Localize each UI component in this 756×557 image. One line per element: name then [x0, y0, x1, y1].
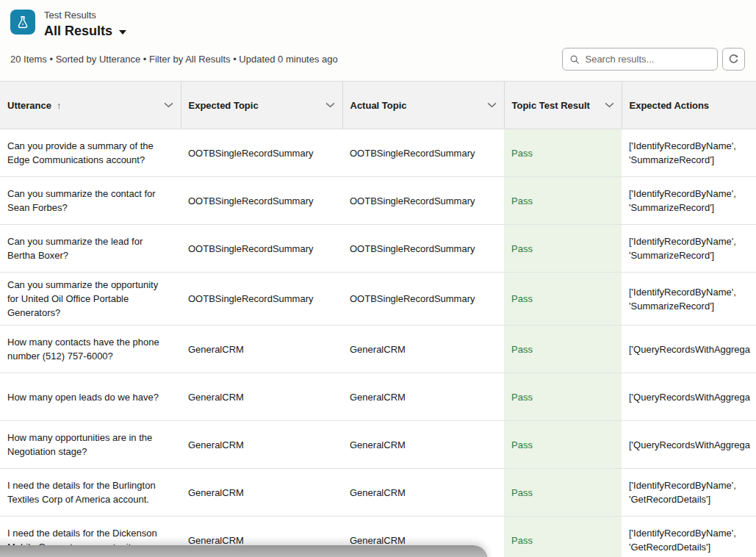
- result-badge: Pass: [511, 292, 614, 306]
- utterance-cell: Can you summarize the opportunity for Un…: [7, 278, 173, 320]
- results-table-container: Utterance ↑ Expected Topic: [0, 81, 756, 557]
- utterance-cell: Can you summarize the lead for Bertha Bo…: [7, 234, 173, 262]
- expected-topic-cell: GeneralCRM: [188, 486, 335, 500]
- result-badge: Pass: [511, 194, 614, 208]
- chevron-down-icon[interactable]: [158, 102, 173, 108]
- result-badge: Pass: [511, 390, 614, 404]
- chevron-down-icon[interactable]: [320, 102, 335, 108]
- actual-topic-cell: OOTBSingleRecordSummary: [350, 292, 497, 306]
- test-results-page: Test Results All Results 20 Items • Sort…: [0, 0, 756, 557]
- search-icon: [570, 54, 579, 65]
- utterance-cell: How many contacts have the phone number …: [7, 335, 173, 363]
- result-badge: Pass: [511, 533, 614, 547]
- expected-actions-cell: ['IdentifyRecordByName', 'SummarizeRecor…: [629, 234, 756, 262]
- table-row[interactable]: I need the details for the Burlington Te…: [0, 469, 756, 517]
- table-row[interactable]: How many opportunities are in the Negoti…: [0, 421, 756, 469]
- expected-actions-cell: ['IdentifyRecordByName', 'SummarizeRecor…: [629, 139, 756, 167]
- column-label: Actual Topic: [350, 100, 407, 111]
- table-row[interactable]: How many open leads do we have? GeneralC…: [0, 373, 756, 421]
- expected-actions-cell: ['IdentifyRecordByName', 'GetRecordDetai…: [629, 526, 756, 554]
- column-label: Utterance: [7, 100, 51, 111]
- column-header-expected-actions[interactable]: Expected Actions: [622, 82, 756, 129]
- title-block: Test Results All Results: [44, 10, 126, 39]
- column-header-actual-topic[interactable]: Actual Topic: [342, 82, 504, 129]
- toolbar-row: 20 Items • Sorted by Utterance • Filter …: [0, 39, 756, 82]
- flask-icon-glyph: [15, 15, 30, 29]
- utterance-cell: Can you provide a summary of the Edge Co…: [7, 139, 173, 167]
- result-badge: Pass: [511, 438, 614, 452]
- actual-topic-cell: GeneralCRM: [350, 438, 497, 452]
- toolbar-controls: [562, 48, 745, 71]
- expected-topic-cell: GeneralCRM: [188, 342, 335, 356]
- actual-topic-cell: OOTBSingleRecordSummary: [350, 146, 497, 160]
- expected-topic-cell: OOTBSingleRecordSummary: [188, 194, 335, 208]
- expected-actions-cell: ['IdentifyRecordByName', 'GetRecordDetai…: [629, 478, 756, 506]
- flask-icon: [10, 10, 35, 35]
- column-label: Topic Test Result: [512, 100, 590, 111]
- table-header-row: Utterance ↑ Expected Topic: [0, 82, 756, 129]
- result-badge: Pass: [511, 146, 614, 160]
- overlapping-window-corner: [0, 545, 488, 557]
- search-box[interactable]: [562, 48, 718, 71]
- results-table: Utterance ↑ Expected Topic: [0, 81, 756, 557]
- result-badge: Pass: [511, 242, 614, 256]
- table-row[interactable]: Can you summarize the opportunity for Un…: [0, 273, 756, 326]
- actual-topic-cell: GeneralCRM: [350, 342, 497, 356]
- utterance-cell: Can you summarize the contact for Sean F…: [7, 187, 173, 215]
- entity-label: Test Results: [44, 10, 126, 21]
- table-row[interactable]: Can you provide a summary of the Edge Co…: [0, 129, 756, 177]
- column-label: Expected Topic: [189, 100, 259, 111]
- utterance-cell: How many opportunities are in the Negoti…: [7, 431, 173, 459]
- table-row[interactable]: Can you summarize the lead for Bertha Bo…: [0, 225, 756, 273]
- column-header-topic-test-result[interactable]: Topic Test Result: [504, 82, 622, 129]
- sort-ascending-icon: ↑: [57, 100, 62, 111]
- actual-topic-cell: OOTBSingleRecordSummary: [350, 242, 497, 256]
- refresh-button[interactable]: [722, 48, 745, 71]
- expected-topic-cell: OOTBSingleRecordSummary: [188, 292, 335, 306]
- expected-actions-cell: ['QueryRecordsWithAggrega: [629, 342, 756, 356]
- actual-topic-cell: OOTBSingleRecordSummary: [350, 194, 497, 208]
- list-summary: 20 Items • Sorted by Utterance • Filter …: [10, 54, 338, 65]
- column-header-expected-topic[interactable]: Expected Topic: [181, 82, 342, 129]
- expected-actions-cell: ['QueryRecordsWithAggrega: [629, 438, 756, 452]
- chevron-down-icon[interactable]: [481, 102, 497, 108]
- search-input[interactable]: [585, 54, 710, 65]
- expected-topic-cell: OOTBSingleRecordSummary: [188, 146, 335, 160]
- expected-topic-cell: OOTBSingleRecordSummary: [188, 242, 335, 256]
- expected-actions-cell: ['IdentifyRecordByName', 'SummarizeRecor…: [629, 285, 756, 313]
- table-row[interactable]: Can you summarize the contact for Sean F…: [0, 177, 756, 225]
- column-header-utterance[interactable]: Utterance ↑: [0, 82, 181, 129]
- expected-topic-cell: GeneralCRM: [188, 390, 335, 404]
- chevron-down-icon[interactable]: [599, 102, 614, 108]
- expected-actions-cell: ['QueryRecordsWithAggrega: [629, 390, 756, 404]
- result-badge: Pass: [511, 486, 614, 500]
- page-title: All Results: [44, 23, 112, 39]
- result-badge: Pass: [511, 342, 614, 356]
- table-row[interactable]: How many contacts have the phone number …: [0, 326, 756, 373]
- refresh-icon: [728, 54, 739, 65]
- list-view-selector[interactable]: All Results: [44, 23, 126, 39]
- utterance-cell: I need the details for the Burlington Te…: [7, 478, 173, 506]
- page-header: Test Results All Results: [0, 0, 756, 39]
- expected-actions-cell: ['IdentifyRecordByName', 'SummarizeRecor…: [629, 187, 756, 215]
- utterance-cell: How many open leads do we have?: [7, 390, 173, 404]
- column-label: Expected Actions: [630, 100, 710, 111]
- caret-down-icon: [119, 30, 126, 35]
- actual-topic-cell: GeneralCRM: [350, 390, 497, 404]
- expected-topic-cell: GeneralCRM: [188, 438, 335, 452]
- actual-topic-cell: GeneralCRM: [350, 486, 497, 500]
